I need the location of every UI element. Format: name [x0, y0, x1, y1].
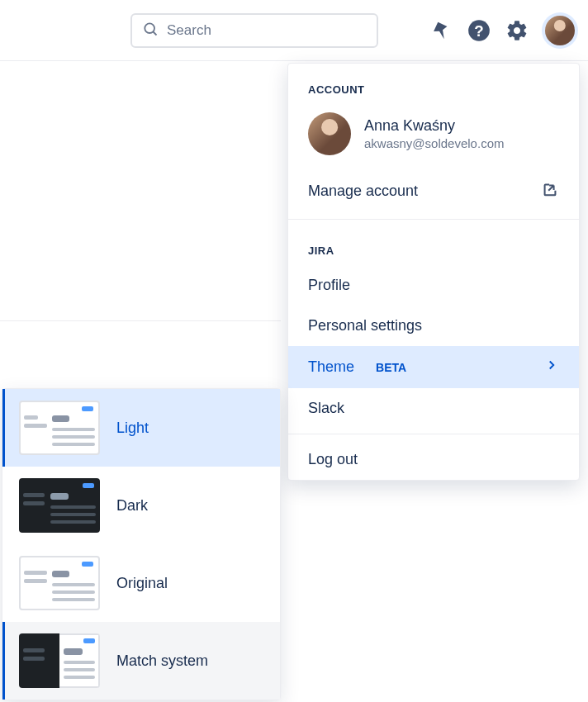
theme-submenu: Light Dark Original Match system	[2, 388, 281, 700]
section-label-account: ACCOUNT	[288, 64, 579, 104]
settings-icon[interactable]	[500, 14, 533, 47]
section-label-jira: JIRA	[288, 225, 579, 265]
theme-label: Theme	[308, 358, 354, 376]
theme-match-system-label: Match system	[116, 652, 208, 670]
theme-option-original[interactable]: Original	[2, 544, 280, 622]
slack-label: Slack	[308, 400, 344, 417]
beta-badge: BETA	[376, 361, 406, 374]
manage-account-item[interactable]: Manage account	[288, 168, 579, 214]
personal-settings-item[interactable]: Personal settings	[288, 306, 579, 346]
theme-dark-label: Dark	[116, 497, 148, 515]
theme-option-dark[interactable]: Dark	[2, 467, 280, 544]
divider-line	[0, 320, 281, 321]
theme-original-label: Original	[116, 575, 168, 592]
svg-text:?: ?	[474, 22, 483, 40]
svg-line-1	[154, 31, 157, 35]
external-link-icon	[541, 180, 559, 202]
profile-item[interactable]: Profile	[288, 265, 579, 306]
svg-point-0	[145, 23, 154, 33]
divider	[288, 434, 579, 434]
theme-thumbnail-original	[19, 556, 100, 610]
slack-item[interactable]: Slack	[288, 388, 579, 429]
help-icon[interactable]: ?	[462, 14, 496, 47]
logout-item[interactable]: Log out	[288, 439, 579, 480]
logout-label: Log out	[308, 451, 358, 468]
avatar	[308, 112, 351, 155]
notifications-icon[interactable]	[424, 14, 458, 47]
avatar	[545, 16, 575, 45]
theme-light-label: Light	[116, 420, 149, 437]
account-profile-block: Anna Kwaśny akwasny@soldevelo.com	[288, 104, 579, 168]
search-input[interactable]	[167, 22, 367, 39]
manage-account-label: Manage account	[308, 183, 418, 200]
theme-thumbnail-match-system	[19, 633, 100, 688]
user-name: Anna Kwaśny	[364, 117, 504, 135]
account-avatar-button[interactable]	[542, 12, 578, 49]
personal-settings-label: Personal settings	[308, 317, 422, 334]
theme-thumbnail-dark	[19, 478, 100, 533]
theme-item[interactable]: Theme BETA	[288, 346, 579, 388]
divider	[288, 219, 579, 220]
user-email: akwasny@soldevelo.com	[364, 136, 504, 150]
theme-option-match-system[interactable]: Match system	[2, 622, 280, 700]
search-box[interactable]	[130, 13, 378, 48]
chevron-right-icon	[544, 358, 559, 377]
profile-label: Profile	[308, 277, 350, 294]
top-bar: ?	[0, 0, 588, 61]
theme-option-light[interactable]: Light	[2, 389, 280, 467]
theme-thumbnail-light	[19, 401, 100, 455]
account-dropdown: ACCOUNT Anna Kwaśny akwasny@soldevelo.co…	[287, 63, 580, 481]
search-icon	[142, 21, 159, 40]
